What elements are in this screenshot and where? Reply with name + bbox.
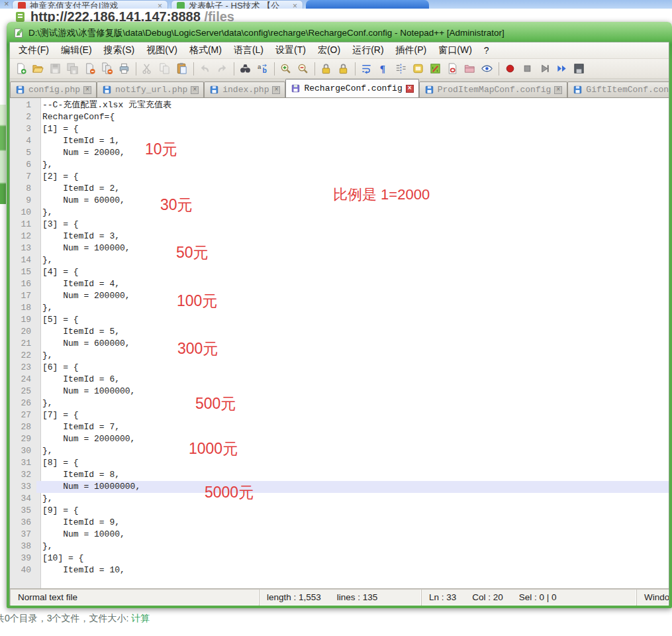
code-line[interactable]: 2RechargeConf={ [10, 111, 669, 123]
close-icon[interactable] [82, 60, 98, 77]
menu-search[interactable]: 搜索(S) [98, 43, 141, 58]
menu-window[interactable]: 窗口(W) [432, 43, 478, 58]
code-line[interactable]: 39[10] = { [10, 553, 669, 564]
browser-tab-close-icon[interactable]: × [158, 2, 162, 9]
line-number: 14 [10, 254, 36, 266]
macro-record-icon[interactable] [503, 60, 518, 77]
zoom-out-icon[interactable] [295, 60, 311, 77]
doc-tab-close-icon[interactable]: × [191, 86, 199, 94]
doc-tab-RechargeConf-config[interactable]: RechargeConf.config× [285, 79, 418, 97]
indent-guide-icon[interactable] [393, 60, 409, 77]
code-line[interactable]: 10}, [10, 207, 669, 219]
code-line[interactable]: 24 ItemId = 6, [10, 374, 669, 386]
replace-icon[interactable] [255, 60, 271, 77]
doc-tab-close-icon[interactable]: × [406, 85, 414, 93]
word-wrap-icon[interactable] [359, 60, 375, 77]
code-line[interactable]: 3[1] = { [10, 123, 669, 135]
menu-edit[interactable]: 编辑(E) [55, 43, 98, 58]
code-line[interactable]: 31[8] = { [10, 457, 669, 469]
code-line[interactable]: 40 ItemId = 10, [10, 564, 669, 576]
code-line[interactable]: 12 ItemId = 3, [10, 231, 669, 242]
code-line[interactable]: 19[5] = { [10, 314, 669, 326]
close-all-icon[interactable] [99, 60, 115, 77]
paste-icon[interactable] [174, 60, 190, 77]
doc-tab-ProdItemMapConf-config[interactable]: ProdItemMapConf.config× [419, 81, 568, 97]
doc-tab-close-icon[interactable]: × [83, 86, 91, 94]
menu-view[interactable]: 视图(V) [140, 43, 183, 58]
doc-tab-notify_url-php[interactable]: notify_url.php× [97, 81, 204, 97]
code-line[interactable]: 11[3] = { [10, 219, 669, 231]
function-list-icon[interactable] [445, 60, 461, 77]
open-icon[interactable] [30, 60, 46, 77]
code-line[interactable]: 37 Num = 10000, [10, 529, 669, 541]
code-line[interactable]: 25 Num = 1000000, [10, 386, 669, 398]
code-line[interactable]: 23[6] = { [10, 362, 669, 374]
code-line[interactable]: 8 ItemId = 2, [10, 183, 669, 195]
menu-macro[interactable]: 宏(O) [312, 43, 346, 58]
folder-workspace-icon[interactable] [462, 60, 478, 77]
doc-type-label: Normal text file [18, 592, 77, 602]
code-line[interactable]: 16 ItemId = 4, [10, 278, 669, 290]
browser-tab-fragment[interactable] [306, 0, 429, 9]
code-line[interactable]: 29 Num = 2000000, [10, 433, 669, 445]
stray-tab-close-icon[interactable]: × [4, 0, 9, 9]
doc-tab-index-php[interactable]: index.php× [204, 81, 285, 97]
doc-switcher-icon[interactable] [410, 60, 426, 77]
menu-format[interactable]: 格式(M) [183, 43, 228, 58]
doc-tab-close-icon[interactable]: × [554, 86, 562, 94]
code-line[interactable]: 30}, [10, 445, 669, 457]
show-all-chars-icon[interactable] [376, 60, 392, 77]
menu-run[interactable]: 运行(R) [346, 43, 389, 58]
code-line[interactable]: 27[7] = { [10, 409, 669, 421]
code-line[interactable]: 13 Num = 100000, [10, 242, 669, 254]
doc-map-icon[interactable] [428, 60, 444, 77]
code-line[interactable]: 1--C-充值配置.xlsx 元宝充值表 [10, 99, 669, 111]
print-icon[interactable] [117, 60, 132, 77]
new-file-icon[interactable] [13, 60, 29, 77]
macro-play-icon[interactable] [537, 60, 553, 77]
menu-settings[interactable]: 设置(T) [269, 43, 312, 58]
code-line[interactable]: 21 Num = 600000, [10, 338, 669, 350]
doc-tab-close-icon[interactable]: × [272, 86, 280, 94]
browser-tab[interactable]: 神童充值支付平台|游戏× [12, 0, 168, 9]
code-line[interactable]: 32 ItemId = 8, [10, 469, 669, 481]
code-line[interactable]: 26}, [10, 398, 669, 409]
code-line[interactable]: 9 Num = 60000, [10, 195, 669, 207]
browser-tab[interactable]: 发表帖子 - HS技术 【公× [171, 0, 303, 9]
doc-tab-config-php[interactable]: config.php× [10, 81, 97, 97]
code-line[interactable]: 33 Num = 10000000, [10, 481, 669, 493]
code-line[interactable]: 28 ItemId = 7, [10, 421, 669, 433]
code-line[interactable]: 5 Num = 20000, [10, 147, 669, 159]
code-line[interactable]: 15[4] = { [10, 266, 669, 278]
code-line[interactable]: 7[2] = { [10, 171, 669, 183]
doc-tab-GiftItemConf-conf[interactable]: GiftItemConf.conf× [567, 81, 669, 97]
code-line[interactable]: 22}, [10, 350, 669, 362]
menu-help[interactable]: ? [478, 44, 495, 57]
zoom-in-icon[interactable] [278, 60, 294, 77]
code-line[interactable]: 17 Num = 200000, [10, 290, 669, 302]
code-line[interactable]: 20 ItemId = 5, [10, 326, 669, 338]
macro-run-icon[interactable] [554, 60, 570, 77]
menu-language[interactable]: 语言(L) [228, 43, 269, 58]
code-line[interactable]: 18}, [10, 302, 669, 314]
editor-area[interactable]: 1--C-充值配置.xlsx 元宝充值表2RechargeConf={3[1] … [10, 97, 669, 588]
find-icon[interactable] [238, 60, 254, 77]
code-text: Num = 10000000, [36, 481, 669, 493]
browser-tab-close-icon[interactable]: × [293, 2, 297, 9]
code-line[interactable]: 36 ItemId = 9, [10, 517, 669, 529]
code-line[interactable]: 34}, [10, 493, 669, 505]
code-line[interactable]: 6}, [10, 159, 669, 171]
code-line[interactable]: 35[9] = { [10, 505, 669, 517]
sync-horizontal-icon[interactable] [336, 60, 352, 77]
code-line[interactable]: 4 ItemId = 1, [10, 135, 669, 147]
menu-file[interactable]: 文件(F) [13, 43, 55, 58]
code-line[interactable]: 14}, [10, 254, 669, 266]
code-line[interactable]: 38}, [10, 541, 669, 553]
calculate-link[interactable]: 计算 [131, 613, 150, 623]
monitoring-icon[interactable] [479, 60, 495, 77]
title-bar[interactable]: D:\测试游戏\冰雪修复版\data\Debug\LogicServer\dat… [9, 22, 669, 42]
macro-stop-icon[interactable] [520, 60, 536, 77]
menu-plugins[interactable]: 插件(P) [390, 43, 433, 58]
sync-vertical-icon[interactable] [318, 60, 334, 77]
macro-save-icon[interactable] [571, 60, 587, 77]
